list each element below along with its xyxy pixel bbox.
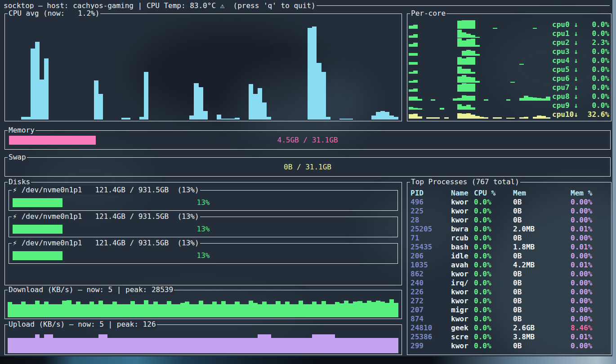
process-mem-percent: 0.00% [571,198,609,207]
disk-entry: ⚡/dev/nvme0n1p1 121.4GB / 931.5GB (13%) … [9,217,398,237]
header-memp: Mem % [571,189,609,198]
header-pid: PID [411,189,451,198]
app-title: socktop — host: cachyos-gaming | CPU Tem… [4,1,220,10]
core-sparkline [409,38,550,47]
core-name: cpu3 ↓ [552,47,578,56]
process-pid: 225 [411,207,451,216]
core-label: cpu5 ↓0.0% [552,65,609,74]
disk-gauge: 13% [13,251,394,260]
process-pid: 226 [411,288,451,297]
process-mem-percent: 0.01% [571,243,609,252]
disk-details: /dev/nvme0n1p1 121.4GB / 931.5GB (13%) [22,239,199,247]
core-name: cpu9 ↓ [552,101,578,110]
process-row: 25435 bash 0.0% 1.8MB 0.01% [411,243,609,252]
process-pid: 25205 [411,225,451,234]
core-sparkline [409,47,550,56]
core-usage-value: 32.6% [588,110,609,119]
core-name: cpu1 ↓ [552,29,578,38]
core-label: cpu2 ↓2.3% [552,38,609,47]
process-mem-percent: 0.01% [571,261,609,270]
core-label: cpu1 ↓0.0% [552,29,609,38]
process-row: 240 irq/ 0.0% 0B 0.00% [411,279,609,288]
process-mem-percent: 0.00% [571,216,609,225]
process-row: 1035 avah 0.0% 4.2MB 0.01% [411,261,609,270]
cpu-avg-panel: CPU avg (now: 1.2%) [4,13,402,121]
core-sparkline [409,110,550,119]
top-processes-panel: Top Processes (767 total) PID Name CPU %… [407,182,612,355]
core-sparkline [409,92,550,101]
process-pid: 240 [411,279,451,288]
process-row: 496 kwor 0.0% 0B 0.00% [411,198,609,207]
core-row: cpu3 ↓0.0% [409,47,609,56]
download-history-chart [8,292,399,317]
process-name: kwor [451,216,474,225]
lightning-icon: ⚡ [13,239,17,247]
memory-title: Memory [8,126,36,135]
process-name: kwor [451,198,474,207]
process-name: kwor [451,342,474,351]
process-row: 207 migr 0.0% 0B 0.00% [411,306,609,315]
warning-icon: ⚠ [220,1,225,10]
process-pid: 25386 [411,333,451,342]
core-row: cpu1 ↓0.0% [409,29,609,38]
process-cpu: 0.0% [474,315,513,324]
process-row: 862 kwor 0.0% 0B 0.00% [411,270,609,279]
process-mem-percent: 0.00% [571,306,609,315]
process-pid: 24810 [411,324,451,333]
download-panel: Download (KB/s) — now: 5 | peak: 28539 [4,290,402,319]
core-label: cpu9 ↓0.0% [552,101,609,110]
process-cpu: 0.0% [474,297,513,306]
process-name: bwra [451,225,474,234]
core-name: cpu5 ↓ [552,65,578,74]
process-mem-percent: 0.00% [571,297,609,306]
core-label: cpu0 ↓0.0% [552,20,609,29]
process-pid: 299 [411,342,451,351]
process-mem: 0B [513,279,571,288]
core-name: cpu6 ↓ [552,74,578,83]
process-cpu: 0.0% [474,324,513,333]
process-pid: 862 [411,270,451,279]
process-mem: 2.6GB [513,324,571,333]
header-cpu: CPU % [474,189,513,198]
process-mem: 0B [513,234,571,243]
process-mem: 0B [513,297,571,306]
process-pid: 25435 [411,243,451,252]
core-name: cpu8 ↓ [552,92,578,101]
disk-entry: ⚡/dev/nvme0n1p1 121.4GB / 931.5GB (13%) … [9,243,398,264]
core-row: cpu2 ↓2.3% [409,38,609,47]
process-name: kwor [451,270,474,279]
lightning-icon: ⚡ [13,212,17,221]
process-name: scre [451,333,474,342]
process-mem-percent: 0.00% [571,234,609,243]
core-row: cpu5 ↓0.0% [409,65,609,74]
process-mem: 0B [513,207,571,216]
cpu-avg-title: CPU avg (now: 1.2%) [8,9,100,18]
core-sparkline [409,101,550,110]
per-core-title: Per-core [410,9,446,18]
quit-hint: (press 'q' to quit) [224,1,315,10]
process-row: 874 kwor 0.0% 0B 0.00% [411,315,609,324]
disk-entry-title: ⚡/dev/nvme0n1p1 121.4GB / 931.5GB (13%) [12,212,200,221]
core-label: cpu8 ↓0.0% [552,92,609,101]
process-cpu: 0.0% [474,270,513,279]
disk-entry: ⚡/dev/nvme0n1p1 121.4GB / 931.5GB (13%) … [9,190,398,211]
process-name: idle [451,252,474,261]
process-pid: 71 [411,234,451,243]
process-cpu: 0.0% [474,261,513,270]
process-cpu: 0.0% [474,234,513,243]
swap-title: Swap [8,153,27,162]
core-label: cpu4 ↓0.0% [552,56,609,65]
cpu-history-chart [8,24,399,120]
core-row: cpu10↓32.6% [409,110,609,119]
core-usage-value: 0.0% [592,56,609,65]
core-row: cpu4 ↓0.0% [409,56,609,65]
core-name: cpu10↓ [552,110,578,119]
core-row: cpu7 ↓0.0% [409,83,609,92]
core-sparkline [409,74,550,83]
process-mem: 2.0MB [513,225,571,234]
core-sparkline [409,65,550,74]
core-sparkline [409,20,550,29]
process-mem: 1.8MB [513,243,571,252]
process-name: irq/ [451,279,474,288]
header-name: Name [451,189,474,198]
